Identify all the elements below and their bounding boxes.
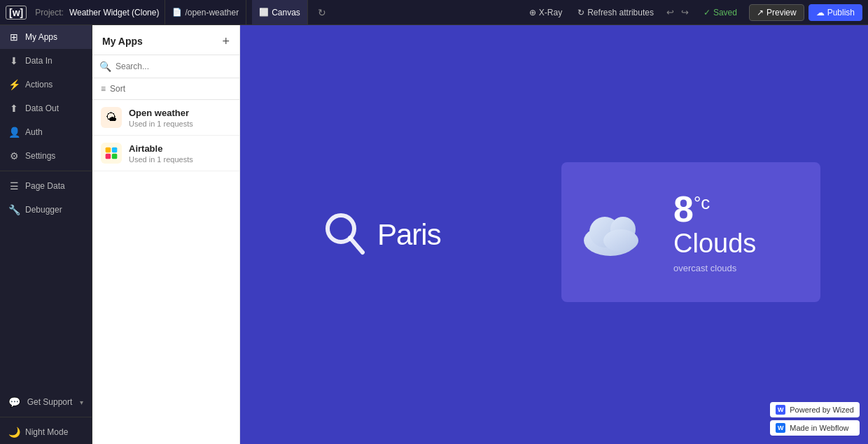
settings-icon: ⚙ [8,150,20,162]
sidebar-item-data-out[interactable]: ⬆ Data Out [0,96,92,120]
panel-search: 🔍 [92,55,239,78]
sidebar-data-in-label: Data In [25,56,52,66]
sidebar-item-auth[interactable]: 👤 Auth [0,120,92,144]
svg-rect-0 [106,148,111,153]
logo: [w] [6,6,27,20]
preview-icon: ↗ [757,8,764,17]
undo-redo-group: ↩ ↪ [664,6,692,19]
tab-canvas-label: Canvas [272,8,300,17]
check-icon: ✓ [704,8,710,17]
sidebar-auth-label: Auth [25,127,43,137]
weather-condition: Clouds [673,229,756,259]
top-actions: ⊕ X-Ray ↻ Refresh attributes ↩ ↪ ✓ Saved… [524,4,862,21]
project-label: Project: [35,8,64,17]
project-name: Weather Widget (Clone) [69,8,160,17]
canvas-icon: ⬜ [259,8,269,17]
publish-button[interactable]: ☁ Publish [808,4,862,21]
sidebar-item-night-mode[interactable]: 🌙 Night Mode [0,420,92,444]
tab-canvas[interactable]: ⬜ Canvas [252,0,308,24]
preview-button[interactable]: ↗ Preview [749,4,804,21]
airtable-meta: Used in 1 requests [129,155,193,164]
sidebar-item-settings[interactable]: ⚙ Settings [0,144,92,168]
apps-panel: My Apps + 🔍 ≡ Sort 🌤 Open weather Used i… [92,25,240,444]
nav-bottom: 💬 Get Support ▾ 🌙 Night Mode [0,390,92,444]
sidebar-item-actions[interactable]: ⚡ Actions [0,73,92,96]
cloud-icon [582,204,659,260]
sidebar-item-get-support[interactable]: 💬 Get Support ▾ [0,390,92,414]
support-icon: 💬 [8,396,20,408]
sidebar-my-apps-label: My Apps [25,32,57,42]
left-sidebar: ⊞ My Apps ⬇ Data In ⚡ Actions ⬆ Data Out… [0,25,92,444]
wized-icon: W [776,405,785,415]
publish-label: Publish [827,8,855,17]
sidebar-item-data-in[interactable]: ⬇ Data In [0,49,92,73]
airtable-info: Airtable Used in 1 requests [129,143,193,164]
xray-label: X-Ray [539,8,562,17]
saved-label: Saved [713,8,737,17]
sidebar-item-my-apps[interactable]: ⊞ My Apps [0,25,92,49]
sidebar-debugger-label: Debugger [25,205,62,215]
badges-container: W Powered by Wized W Made in Webflow [770,402,860,436]
wized-badge-label: Powered by Wized [790,406,854,414]
canvas-search-text: Paris [377,218,441,252]
webflow-icon: W [776,423,785,433]
weather-description: overcast clouds [673,263,756,273]
my-apps-icon: ⊞ [8,31,20,43]
sidebar-item-debugger[interactable]: 🔧 Debugger [0,198,92,222]
open-weather-icon: 🌤 [101,107,122,128]
auth-icon: 👤 [8,127,20,138]
tab-open-weather[interactable]: 📄 /open-weather [164,0,246,24]
airtable-name: Airtable [129,143,193,154]
wized-badge[interactable]: W Powered by Wized [770,402,860,417]
topbar: [w] Project: Weather Widget (Clone) 📄 /o… [0,0,868,25]
nav-divider [0,171,92,171]
get-support-label: Get Support [27,397,73,407]
canvas: Paris [240,25,868,444]
refresh-button[interactable]: ↻ Refresh attributes [572,5,659,20]
xray-button[interactable]: ⊕ X-Ray [524,5,568,20]
search-icon: 🔍 [99,61,111,72]
reload-icon[interactable]: ↻ [314,7,330,18]
tab-open-weather-label: /open-weather [185,8,239,17]
sidebar-settings-label: Settings [25,151,55,161]
app-item-open-weather[interactable]: 🌤 Open weather Used in 1 requests [92,100,239,136]
refresh-label: Refresh attributes [587,8,654,17]
main: ⊞ My Apps ⬇ Data In ⚡ Actions ⬆ Data Out… [0,25,868,444]
app-item-airtable[interactable]: Airtable Used in 1 requests [92,136,239,171]
page-data-icon: ☰ [8,180,20,192]
svg-rect-3 [112,154,118,159]
undo-button[interactable]: ↩ [664,6,677,19]
redo-button[interactable]: ↪ [678,6,692,19]
file-icon: 📄 [172,8,182,17]
search-icon-canvas [324,212,366,258]
sort-icon: ≡ [101,84,106,94]
open-weather-meta: Used in 1 requests [129,120,193,128]
add-app-button[interactable]: + [222,35,230,48]
data-out-icon: ⬆ [8,103,20,114]
publish-icon: ☁ [816,8,825,17]
refresh-icon: ↻ [578,8,584,17]
canvas-search: Paris [324,212,441,258]
airtable-icon [101,143,122,164]
search-input[interactable] [115,62,232,71]
svg-rect-1 [112,148,118,153]
weather-temperature: 8°c [673,191,756,227]
weather-card: 8°c Clouds overcast clouds [561,162,820,302]
weather-unit: °c [694,192,710,213]
moon-icon: 🌙 [8,427,20,438]
debugger-icon: 🔧 [8,204,20,215]
data-in-icon: ⬇ [8,55,20,66]
sort-label: Sort [110,84,125,94]
sort-button[interactable]: ≡ Sort [92,78,239,100]
svg-point-9 [603,229,638,252]
sidebar-item-page-data[interactable]: ☰ Page Data [0,174,92,198]
webflow-badge-label: Made in Webflow [790,424,848,432]
sidebar-actions-label: Actions [25,80,52,89]
saved-button: ✓ Saved [696,4,745,21]
webflow-badge[interactable]: W Made in Webflow [770,420,860,436]
weather-info: 8°c Clouds overcast clouds [673,191,756,273]
sidebar-page-data-label: Page Data [25,181,65,191]
nav-divider-bottom [0,417,92,417]
svg-rect-2 [106,154,111,159]
panel-header: My Apps + [92,25,239,55]
